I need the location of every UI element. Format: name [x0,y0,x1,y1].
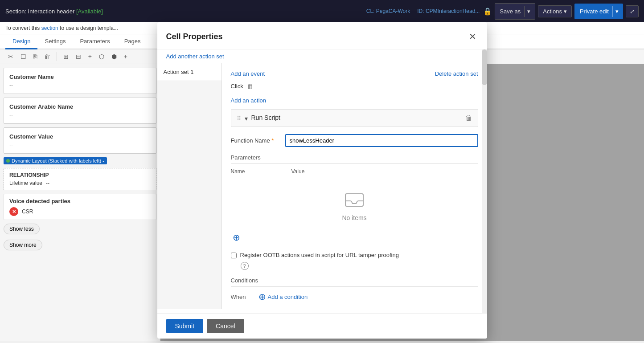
ootb-row: Register OOTB actions used in script for… [231,252,478,258]
lifetime-label: Lifetime value [9,180,42,186]
tab-pages[interactable]: Pages [117,34,148,49]
voice-title: Voice detected parties [9,198,151,204]
toolbar-cut[interactable]: ✂ [5,51,16,62]
dialog-body: Add another action set Action set 1 Dele… [157,49,487,313]
toolbar-separator-1 [57,52,57,61]
toolbar-paste[interactable]: ⎘ [31,51,40,62]
cell-properties-dialog: Cell Properties ✕ Add another action set… [157,22,487,339]
action-set-sidebar: Action set 1 [157,63,222,309]
actions-button[interactable]: Actions ▾ [538,5,572,17]
show-less-button[interactable]: Show less [4,224,40,234]
drag-handle-icon[interactable]: ⠿ [237,114,241,122]
customer-name-value: -- [9,82,151,88]
toolbar-add-row[interactable]: ⊞ [61,51,71,62]
available-badge: [Available] [76,8,103,15]
required-star: * [271,137,274,144]
toolbar-copy[interactable]: ☐ [18,51,29,62]
scroll-down-arrow: ▾ [157,309,487,313]
add-action-link[interactable]: Add an action [231,97,267,104]
action-set-panel: Action set 1 Delete action set Add an ev… [157,63,487,309]
customer-value-title: Customer Value [9,133,151,140]
lifetime-value: -- [46,180,49,186]
customer-value-value: -- [9,142,151,148]
show-more-button[interactable]: Show more [4,240,42,250]
layout-label: Dynamic Layout (Stacked with labels left… [12,158,104,163]
customer-name-card: Customer Name -- [4,68,156,94]
cl-label: CL: PegaCA-Work [366,8,410,14]
ootb-label: Register OOTB actions used in script for… [240,252,399,258]
csr-x-icon: ✕ [9,207,18,216]
event-delete-button[interactable]: 🗑 [247,82,254,90]
run-script-row: ⠿ ▾ Run Script 🗑 [231,109,478,127]
voice-section: Voice detected parties ✕ CSR [4,194,156,220]
function-name-row: Function Name * [231,134,478,147]
layout-badge: Dynamic Layout (Stacked with labels left… [4,157,107,164]
tab-settings[interactable]: Settings [37,34,73,49]
function-name-group: Function Name * [231,134,478,147]
action-set-tab-1[interactable]: Action set 1 [157,63,222,81]
no-items-text: No items [342,214,366,221]
customer-name-title: Customer Name [9,74,151,80]
cancel-button[interactable]: Cancel [207,319,244,333]
conditions-section: Conditions When ⊕ Add a condition [231,277,478,302]
private-edit-caret[interactable]: ▾ [612,6,621,17]
delete-action-set-link[interactable]: Delete action set [435,70,478,77]
dialog-scroll-thumb[interactable] [482,49,487,85]
tab-design[interactable]: Design [5,34,37,49]
action-set-main: Delete action set Add an event Click 🗑 A… [222,63,487,309]
event-row: Click 🗑 [231,82,478,90]
id-value: CPMInteractionHead... [426,8,480,14]
cl-value: PegaCA-Work [376,8,410,14]
relationship-section: RELATIONSHIP Lifetime value -- [4,168,156,190]
event-click-label: Click [231,83,243,90]
add-parameter-button[interactable]: ⊕ [231,230,242,245]
relationship-title: RELATIONSHIP [9,172,151,178]
no-items-container: No items [231,178,478,230]
customer-value-card: Customer Value -- [4,127,156,154]
submit-button[interactable]: Submit [166,319,204,333]
top-bar-actions: 🔒 Save as ▾ Actions ▾ Private edit ▾ ⤢ [483,3,639,20]
param-col-name: Name [231,168,284,175]
page-title: Section: Interaction header [Available] [5,8,363,15]
toolbar-delete[interactable]: 🗑 [41,51,53,62]
private-edit-button[interactable]: Private edit ▾ [574,4,623,19]
save-as-caret[interactable]: ▾ [524,6,533,17]
lock-icon[interactable]: 🔒 [483,7,492,16]
tab-parameters[interactable]: Parameters [73,34,117,49]
function-name-label: Function Name * [231,137,280,144]
expand-button[interactable]: ⤢ [626,5,639,17]
save-as-button[interactable]: Save as ▾ [495,3,535,20]
convert-link[interactable]: section [41,25,58,31]
voice-row: ✕ CSR [9,207,151,216]
param-col-headers: Name Value [231,168,478,175]
svg-rect-0 [345,194,363,206]
csr-label: CSR [22,208,33,215]
inbox-icon [343,187,365,211]
add-event-link[interactable]: Add an event [231,70,265,77]
function-name-input[interactable] [285,134,478,147]
toolbar-add[interactable]: + [121,51,130,62]
add-action-set-link[interactable]: Add another action set [157,49,233,63]
toolbar-remove-row[interactable]: ⊟ [73,51,84,62]
run-script-label: Run Script [251,114,462,121]
section-editor: Customer Name -- Customer Arabic Name --… [0,64,160,341]
layout-dot [6,159,10,163]
toolbar-divide[interactable]: ÷ [86,51,94,62]
parameters-header: Parameters [231,154,478,164]
dialog-footer: Submit Cancel [157,313,487,339]
id-label: ID: CPMInteractionHead... [417,8,480,14]
chevron-down-icon[interactable]: ▾ [245,114,248,122]
dialog-title: Cell Properties [166,32,223,41]
add-condition-text: Add a condition [268,294,308,300]
ootb-checkbox[interactable] [231,253,237,258]
run-script-delete-button[interactable]: 🗑 [465,114,472,122]
customer-arabic-name-value: -- [9,112,151,118]
dialog-close-button[interactable]: ✕ [467,29,478,44]
add-condition-button[interactable]: ⊕ Add a condition [258,291,308,302]
param-col-value-header: Value [291,168,305,175]
toolbar-cell-1[interactable]: ⬡ [96,51,107,62]
dialog-scrollbar[interactable] [482,49,487,313]
conditions-header: Conditions [231,277,478,287]
toolbar-cell-2[interactable]: ⬢ [109,51,119,62]
help-icon[interactable]: ? [241,262,249,270]
